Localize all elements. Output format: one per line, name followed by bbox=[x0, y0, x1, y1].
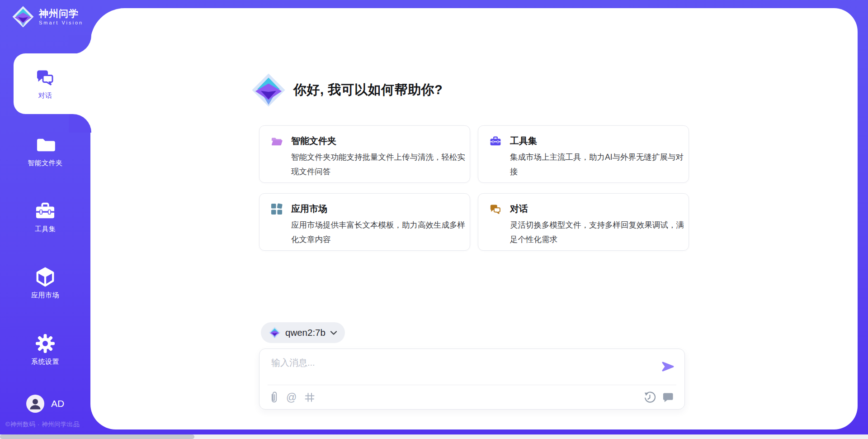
card-chat[interactable]: 对话 灵活切换多模型文件，支持多样回复效果调试，满足个性化需求 bbox=[478, 193, 689, 251]
sidebar-item-label: 系统设置 bbox=[31, 358, 59, 366]
gear-icon bbox=[35, 334, 56, 353]
chat-bubbles-icon bbox=[490, 203, 501, 215]
greeting-block: 你好, 我可以如何帮助你? bbox=[251, 72, 443, 109]
brand-name: 神州问学 bbox=[39, 8, 83, 19]
hash-icon[interactable] bbox=[305, 392, 315, 402]
paperclip-icon[interactable] bbox=[270, 391, 278, 404]
folder-open-icon bbox=[271, 135, 283, 147]
card-description: 应用市场提供丰富长文本模板，助力高效生成多样化文章内容 bbox=[291, 218, 468, 247]
model-name: qwen2:7b bbox=[285, 327, 326, 338]
sidebar-item-settings[interactable]: 系统设置 bbox=[0, 320, 90, 380]
composer-divider bbox=[268, 385, 676, 385]
composer-toolbar: @ bbox=[270, 390, 674, 405]
sidebar-item-label: 工具集 bbox=[35, 225, 56, 234]
person-icon bbox=[27, 395, 44, 412]
avatar bbox=[26, 395, 44, 413]
scrollbar-thumb[interactable] bbox=[0, 434, 194, 439]
sidebar-item-label: 应用市场 bbox=[31, 291, 59, 300]
card-description: 集成市场上主流工具，助力AI与外界无缝扩展与对接 bbox=[510, 150, 687, 179]
history-icon[interactable] bbox=[644, 391, 656, 403]
message-composer: @ bbox=[259, 348, 685, 410]
app-window: 神州问学 Smart Vision 对话 智能文件夹 bbox=[0, 0, 868, 439]
toolbox-icon bbox=[35, 201, 56, 220]
comment-icon[interactable] bbox=[662, 392, 674, 403]
card-title: 应用市场 bbox=[291, 203, 327, 215]
user-initials: AD bbox=[51, 398, 64, 409]
chevron-down-icon bbox=[330, 330, 337, 335]
sidebar-item-label: 对话 bbox=[38, 91, 52, 100]
message-input[interactable] bbox=[270, 356, 646, 382]
card-title: 工具集 bbox=[510, 135, 537, 147]
brand-subtitle: Smart Vision bbox=[39, 20, 83, 25]
send-icon[interactable] bbox=[661, 360, 675, 373]
greeting-title: 你好, 我可以如何帮助你? bbox=[293, 81, 443, 99]
card-smart-folder[interactable]: 智能文件夹 智能文件夹功能支持批量文件上传与清洗，轻松实现文件问答 bbox=[259, 125, 470, 183]
chat-bubbles-icon bbox=[35, 68, 56, 87]
model-selector[interactable]: qwen2:7b bbox=[261, 322, 345, 343]
brand-diamond-icon bbox=[269, 326, 281, 339]
sidebar-footer: ©神州数码 · 神州问学出品 bbox=[5, 420, 80, 429]
card-title: 对话 bbox=[510, 203, 528, 215]
sidebar-item-toolset[interactable]: 工具集 bbox=[0, 187, 90, 248]
sidebar-item-app-market[interactable]: 应用市场 bbox=[0, 253, 90, 314]
sidebar-item-chat[interactable]: 对话 bbox=[0, 53, 90, 114]
user-account[interactable]: AD bbox=[0, 395, 90, 413]
folder-icon bbox=[35, 135, 56, 154]
brand-diamond-icon bbox=[251, 72, 286, 109]
brand-logo: 神州问学 Smart Vision bbox=[12, 5, 83, 28]
toolbox-icon bbox=[490, 135, 501, 147]
card-title: 智能文件夹 bbox=[291, 135, 336, 147]
at-icon[interactable]: @ bbox=[286, 392, 297, 403]
sidebar-item-label: 智能文件夹 bbox=[28, 159, 63, 167]
card-app-market[interactable]: 应用市场 应用市场提供丰富长文本模板，助力高效生成多样化文章内容 bbox=[259, 193, 470, 251]
brand-diamond-icon bbox=[12, 5, 34, 28]
card-toolset[interactable]: 工具集 集成市场上主流工具，助力AI与外界无缝扩展与对接 bbox=[478, 125, 689, 183]
app-grid-icon bbox=[271, 203, 283, 215]
horizontal-scrollbar bbox=[0, 434, 868, 439]
card-description: 智能文件夹功能支持批量文件上传与清洗，轻松实现文件问答 bbox=[291, 150, 468, 179]
cube-icon bbox=[35, 267, 56, 286]
feature-cards: 智能文件夹 智能文件夹功能支持批量文件上传与清洗，轻松实现文件问答 工具集 集成… bbox=[259, 125, 689, 251]
sidebar-item-smart-folder[interactable]: 智能文件夹 bbox=[0, 121, 90, 181]
card-description: 灵活切换多模型文件，支持多样回复效果调试，满足个性化需求 bbox=[510, 218, 687, 247]
